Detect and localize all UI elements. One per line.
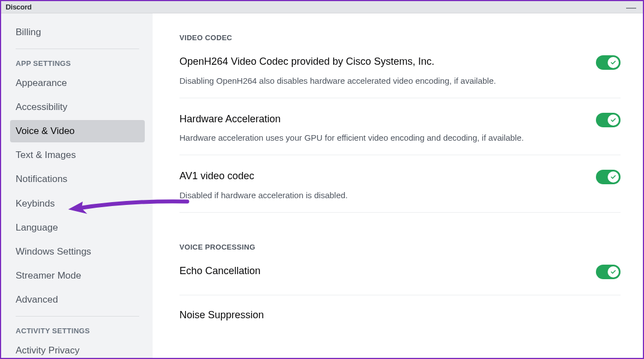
setting-title: AV1 video codec (179, 170, 585, 183)
setting-noise-suppression: Noise Suppression (179, 309, 621, 328)
sidebar-item-advanced[interactable]: Advanced (10, 289, 145, 311)
sidebar-item-voice-video[interactable]: Voice & Video (10, 120, 145, 142)
toggle-thumb (608, 114, 619, 126)
setting-title: Hardware Acceleration (179, 113, 585, 126)
section-header-voice-processing: VOICE PROCESSING (179, 243, 621, 251)
section-header-video-codec: VIDEO CODEC (179, 33, 621, 42)
sidebar-item-activity-privacy[interactable]: Activity Privacy (10, 339, 145, 358)
sidebar-divider (16, 49, 139, 49)
sidebar-item-appearance[interactable]: Appearance (10, 72, 145, 94)
toggle-thumb (608, 171, 619, 183)
app-body: Billing APP SETTINGS Appearance Accessib… (1, 13, 643, 358)
content-divider (179, 155, 621, 155)
setting-openh264: OpenH264 Video Codec provided by Cisco S… (179, 55, 621, 87)
sidebar-category-activity-settings: ACTIVITY SETTINGS (10, 323, 145, 339)
settings-sidebar: Billing APP SETTINGS Appearance Accessib… (1, 13, 153, 358)
sidebar-item-language[interactable]: Language (10, 217, 145, 239)
settings-content: VIDEO CODEC OpenH264 Video Codec provide… (153, 13, 643, 358)
content-divider (179, 212, 621, 213)
toggle-echo-cancellation[interactable] (596, 265, 621, 279)
setting-echo-cancellation: Echo Cancellation (179, 265, 621, 284)
sidebar-item-billing[interactable]: Billing (10, 21, 145, 44)
sidebar-item-accessibility[interactable]: Accessibility (10, 96, 145, 118)
content-divider (179, 98, 621, 98)
sidebar-item-text-images[interactable]: Text & Images (10, 144, 145, 166)
setting-av1: AV1 video codec Disabled if hardware acc… (179, 170, 621, 201)
toggle-openh264[interactable] (596, 55, 621, 70)
sidebar-item-windows-settings[interactable]: Windows Settings (10, 241, 145, 263)
setting-hardware-acceleration: Hardware Acceleration Hardware accelerat… (179, 113, 621, 144)
check-icon (610, 269, 617, 275)
setting-title: OpenH264 Video Codec provided by Cisco S… (179, 55, 585, 68)
sidebar-category-app-settings: APP SETTINGS (10, 56, 145, 72)
setting-desc: Hardware acceleration uses your GPU for … (179, 132, 585, 143)
sidebar-item-keybinds[interactable]: Keybinds (10, 193, 145, 215)
content-divider (179, 295, 621, 295)
titlebar: Discord — (1, 1, 643, 13)
toggle-hardware-acceleration[interactable] (596, 113, 621, 127)
check-icon (610, 59, 617, 66)
setting-desc: Disabled if hardware acceleration is dis… (179, 189, 585, 201)
setting-title: Echo Cancellation (179, 265, 585, 277)
check-icon (610, 174, 617, 180)
app-name: Discord (6, 3, 31, 11)
setting-title: Noise Suppression (179, 309, 609, 322)
toggle-thumb (608, 266, 619, 277)
toggle-thumb (608, 57, 619, 68)
minimize-icon[interactable]: — (626, 4, 638, 10)
setting-desc: Disabling OpenH264 also disables hardwar… (179, 75, 585, 87)
sidebar-item-notifications[interactable]: Notifications (10, 168, 145, 190)
toggle-av1[interactable] (596, 170, 621, 184)
sidebar-divider (16, 316, 139, 317)
sidebar-item-streamer-mode[interactable]: Streamer Mode (10, 265, 145, 287)
check-icon (610, 117, 617, 123)
